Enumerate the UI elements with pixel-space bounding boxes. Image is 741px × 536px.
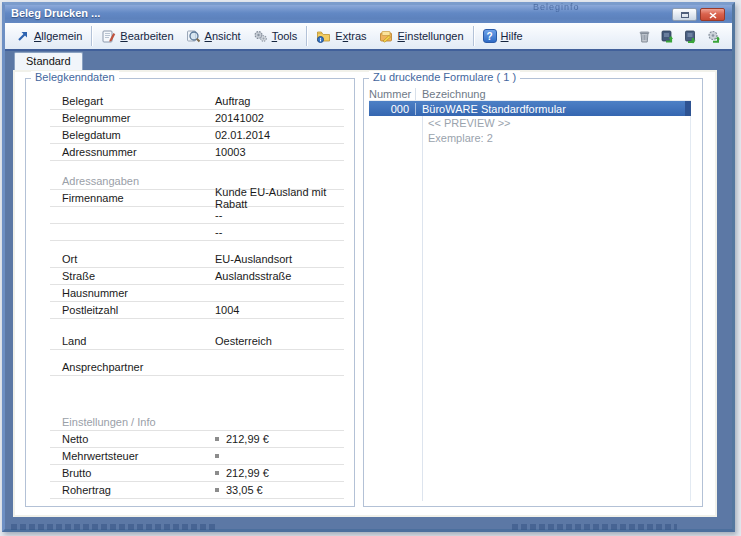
field-value: 20141002 — [215, 112, 344, 124]
field-row-ansprechpartner: Ansprechpartner — [50, 359, 344, 376]
gears-icon — [253, 29, 268, 44]
field-label: Rohertrag — [50, 484, 215, 496]
field-row-name3: -- — [50, 224, 344, 241]
field-label: Firmenname — [50, 192, 215, 204]
bullet-square-icon — [215, 488, 219, 492]
magnifier-icon — [186, 29, 201, 44]
menu-item-einstellungen[interactable]: Einstellungen — [373, 27, 470, 46]
toolbar-separator — [306, 26, 307, 46]
preview-label: << PREVIEW >> — [369, 116, 691, 131]
toolbar-separator — [473, 26, 474, 46]
menu-item-bearbeiten[interactable]: Bearbeiten — [95, 27, 179, 46]
field-value: -- — [215, 226, 344, 238]
field-value: 33,05 € — [215, 484, 344, 496]
trash-icon[interactable] — [637, 29, 652, 44]
menu-item-extras[interactable]: Extras — [310, 27, 372, 46]
field-value: Auftrag — [215, 95, 344, 107]
menu-label: Allgemein — [34, 30, 82, 42]
field-label: Belegart — [50, 95, 215, 107]
workspace: Standard Belegkenndaten Belegart Auftrag… — [5, 51, 732, 529]
field-value: 02.01.2014 — [215, 129, 344, 141]
folder-extras-icon — [316, 29, 331, 44]
field-row-adressnummer: Adressnummer 10003 — [50, 144, 344, 161]
field-label: Land — [50, 335, 215, 347]
menu-item-hilfe[interactable]: ? Hilfe — [477, 27, 529, 45]
refresh-settings-icon[interactable] — [706, 29, 721, 44]
field-label: Brutto — [50, 467, 215, 479]
restore-button[interactable] — [672, 8, 697, 21]
menu-label: Ansicht — [205, 30, 241, 42]
field-row-rohertrag: Rohertrag 33,05 € — [50, 482, 344, 499]
content-panel: Belegkenndaten Belegart Auftrag Belegnum… — [13, 70, 717, 517]
table-header: Nummer Bezeichnung — [369, 87, 691, 101]
table-row-standardformular[interactable]: 000 BüroWARE Standardformular — [369, 101, 691, 116]
field-value: 212,99 € — [215, 467, 344, 479]
field-label: Belegnummer — [50, 112, 215, 124]
watermark-smudge — [512, 524, 677, 530]
field-label: Adressnummer — [50, 146, 215, 158]
import-document-icon[interactable] — [683, 29, 698, 44]
field-row-brutto: Brutto 212,99 € — [50, 465, 344, 482]
field-value: 1004 — [215, 304, 344, 316]
field-value — [215, 454, 344, 458]
groupbox-formulare: Zu druckende Formulare ( 1 ) Nummer Beze… — [363, 78, 703, 507]
restore-icon — [681, 12, 689, 18]
field-row-mehrwertsteuer: Mehrwertsteuer — [50, 448, 344, 465]
field-row-postleitzahl: Postleitzahl 1004 — [50, 302, 344, 319]
field-label: Postleitzahl — [50, 304, 215, 316]
cell-bezeichnung: BüroWARE Standardformular — [416, 103, 691, 115]
field-row-belegart: Belegart Auftrag — [50, 93, 344, 110]
menu-label: Tools — [272, 30, 298, 42]
window-title: Beleg Drucken ... — [11, 7, 100, 19]
section-label: Einstellungen / Info — [50, 416, 156, 428]
toolbar-separator — [91, 26, 92, 46]
field-label: Mehrwertsteuer — [50, 450, 215, 462]
field-value: Auslandsstraße — [215, 270, 344, 282]
arrow-up-right-icon — [16, 29, 30, 43]
field-value: -- — [215, 209, 344, 221]
section-einstellungen-info: Einstellungen / Info — [50, 414, 344, 431]
field-label: Ort — [50, 253, 215, 265]
menu-label: Extras — [335, 30, 366, 42]
beleg-drucken-window: Beleg Drucken ... Beleginfo Allgemein Be — [2, 2, 735, 532]
tab-standard[interactable]: Standard — [14, 52, 83, 70]
field-row-name2: -- — [50, 207, 344, 224]
field-row-belegnummer: Belegnummer 20141002 — [50, 110, 344, 127]
export-document-icon[interactable] — [660, 29, 675, 44]
field-row-land: Land Oesterreich — [50, 333, 344, 350]
field-row-hausnummer: Hausnummer — [50, 285, 344, 302]
menu-item-tools[interactable]: Tools — [247, 27, 304, 46]
formulare-table: Nummer Bezeichnung 000 BüroWARE Standard… — [369, 87, 691, 502]
groupbox-title: Zu druckende Formulare ( 1 ) — [369, 71, 520, 83]
toolbar-right-icons — [637, 29, 727, 44]
watermark-smudge — [11, 524, 216, 530]
menu-item-allgemein[interactable]: Allgemein — [10, 27, 88, 45]
column-header-bezeichnung: Bezeichnung — [416, 88, 691, 100]
settings-folder-icon — [379, 29, 394, 44]
groupbox-belegkenndaten: Belegkenndaten Belegart Auftrag Belegnum… — [25, 78, 355, 507]
field-value: EU-Auslandsort — [215, 253, 344, 265]
menu-item-ansicht[interactable]: Ansicht — [180, 27, 247, 46]
close-button[interactable] — [700, 8, 725, 21]
field-value: Kunde EU-Ausland mit Rabatt — [215, 186, 344, 210]
edit-icon — [101, 29, 116, 44]
field-label: Hausnummer — [50, 287, 215, 299]
menu-label: Hilfe — [501, 30, 523, 42]
field-row-netto: Netto 212,99 € — [50, 431, 344, 448]
field-value: 10003 — [215, 146, 344, 158]
bullet-square-icon — [215, 454, 219, 458]
field-row-belegdatum: Belegdatum 02.01.2014 — [50, 127, 344, 144]
field-value: 212,99 € — [215, 433, 344, 445]
menu-label: Einstellungen — [398, 30, 464, 42]
field-rows: Belegart Auftrag Belegnummer 20141002 Be… — [50, 93, 344, 502]
watermark-text: Beleginfo — [533, 2, 580, 12]
groupbox-title: Belegkenndaten — [31, 71, 119, 83]
field-value: Oesterreich — [215, 335, 344, 347]
titlebar[interactable]: Beleg Drucken ... Beleginfo — [5, 5, 732, 23]
section-label: Adressangaben — [50, 175, 139, 187]
menu-label: Bearbeiten — [120, 30, 173, 42]
field-row-strasse: Straße Auslandsstraße — [50, 268, 344, 285]
field-row-firmenname: Firmenname Kunde EU-Ausland mit Rabatt — [50, 190, 344, 207]
scrollbar-thumb[interactable] — [685, 101, 691, 116]
field-row-ort: Ort EU-Auslandsort — [50, 251, 344, 268]
